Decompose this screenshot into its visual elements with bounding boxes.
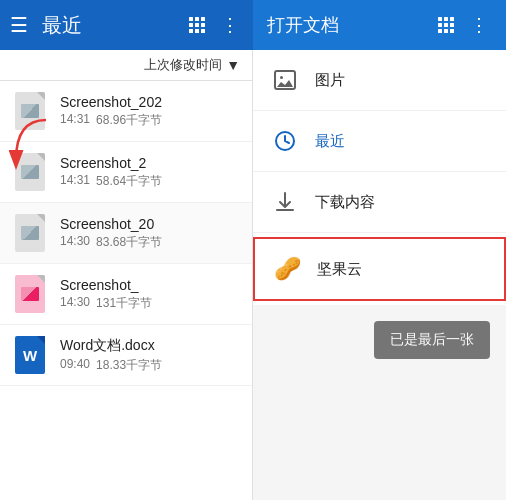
menu-item-label: 下载内容 bbox=[315, 193, 375, 212]
downloads-icon bbox=[269, 186, 301, 218]
file-meta: 14:30 83.68千字节 bbox=[60, 234, 240, 251]
file-size: 68.96千字节 bbox=[96, 112, 162, 129]
word-thumbnail: W bbox=[15, 336, 45, 374]
jianguoyun-icon: 🥜 bbox=[271, 253, 303, 285]
right-more-options-icon[interactable]: ⋮ bbox=[466, 10, 492, 40]
menu-item-label: 最近 bbox=[315, 132, 345, 151]
file-meta: 14:30 131千字节 bbox=[60, 295, 240, 312]
file-size: 58.64千字节 bbox=[96, 173, 162, 190]
sort-bar[interactable]: 上次修改时间 ▼ bbox=[0, 50, 252, 81]
screenshot-thumbnail-pink bbox=[15, 275, 45, 313]
file-size: 18.33千字节 bbox=[96, 357, 162, 374]
menu-item-pictures[interactable]: 图片 bbox=[253, 50, 506, 111]
file-size: 83.68千字节 bbox=[96, 234, 162, 251]
more-options-icon[interactable]: ⋮ bbox=[217, 10, 243, 40]
file-name: Screenshot_2 bbox=[60, 155, 210, 171]
menu-item-recent[interactable]: 最近 bbox=[253, 111, 506, 172]
file-details: Screenshot_202 14:31 68.96千字节 bbox=[60, 94, 240, 129]
right-panel: 图片 最近 下载 bbox=[253, 50, 506, 500]
right-header-icons: ⋮ bbox=[434, 10, 492, 40]
file-name: Screenshot_ bbox=[60, 277, 210, 293]
file-details: Word文档.docx 09:40 18.33千字节 bbox=[60, 337, 240, 374]
screenshot-thumbnail bbox=[15, 214, 45, 252]
file-meta: 14:31 68.96千字节 bbox=[60, 112, 240, 129]
file-icon bbox=[12, 213, 48, 253]
bottom-btn-area: 已是最后一张 bbox=[253, 305, 506, 375]
grid-dots bbox=[189, 17, 205, 33]
menu-item-downloads[interactable]: 下载内容 bbox=[253, 172, 506, 233]
arrow-annotation bbox=[6, 110, 56, 174]
left-header-icons: ⋮ bbox=[185, 10, 243, 40]
file-icon bbox=[12, 274, 48, 314]
storage-menu: 图片 最近 下载 bbox=[253, 50, 506, 305]
last-item-button[interactable]: 已是最后一张 bbox=[374, 321, 490, 359]
left-panel-header: ☰ 最近 ⋮ bbox=[0, 0, 253, 50]
list-item[interactable]: W Word文档.docx 09:40 18.33千字节 bbox=[0, 325, 252, 386]
file-size: 131千字节 bbox=[96, 295, 152, 312]
word-letter: W bbox=[23, 347, 37, 364]
svg-point-2 bbox=[280, 76, 283, 79]
left-header-title: 最近 bbox=[42, 12, 185, 39]
right-grid-view-icon[interactable] bbox=[434, 13, 458, 37]
list-item[interactable]: Screenshot_20 14:30 83.68千字节 bbox=[0, 203, 252, 264]
grid-view-icon[interactable] bbox=[185, 13, 209, 37]
menu-item-jianguoyun[interactable]: 🥜 坚果云 bbox=[253, 237, 506, 301]
menu-item-label: 坚果云 bbox=[317, 260, 362, 279]
file-details: Screenshot_20 14:30 83.68千字节 bbox=[60, 216, 240, 251]
file-name: Screenshot_202 bbox=[60, 94, 210, 110]
recent-icon bbox=[269, 125, 301, 157]
file-time: 14:31 bbox=[60, 112, 90, 129]
right-header-title: 打开文档 bbox=[267, 13, 434, 37]
file-time: 14:30 bbox=[60, 234, 90, 251]
thumbnail-image bbox=[21, 287, 39, 301]
file-icon: W bbox=[12, 335, 48, 375]
file-name: Word文档.docx bbox=[60, 337, 210, 355]
sort-label: 上次修改时间 bbox=[144, 56, 222, 74]
file-time: 09:40 bbox=[60, 357, 90, 374]
file-meta: 14:31 58.64千字节 bbox=[60, 173, 240, 190]
file-meta: 09:40 18.33千字节 bbox=[60, 357, 240, 374]
menu-item-label: 图片 bbox=[315, 71, 345, 90]
file-name: Screenshot_20 bbox=[60, 216, 210, 232]
file-time: 14:31 bbox=[60, 173, 90, 190]
thumbnail-image bbox=[21, 226, 39, 240]
right-panel-header: 打开文档 ⋮ bbox=[253, 0, 506, 50]
hamburger-icon[interactable]: ☰ bbox=[10, 13, 28, 37]
right-grid-dots bbox=[438, 17, 454, 33]
pictures-icon bbox=[269, 64, 301, 96]
list-item[interactable]: Screenshot_ 14:30 131千字节 bbox=[0, 264, 252, 325]
file-details: Screenshot_ 14:30 131千字节 bbox=[60, 277, 240, 312]
file-time: 14:30 bbox=[60, 295, 90, 312]
sort-arrow-icon: ▼ bbox=[226, 57, 240, 73]
file-details: Screenshot_2 14:31 58.64千字节 bbox=[60, 155, 240, 190]
